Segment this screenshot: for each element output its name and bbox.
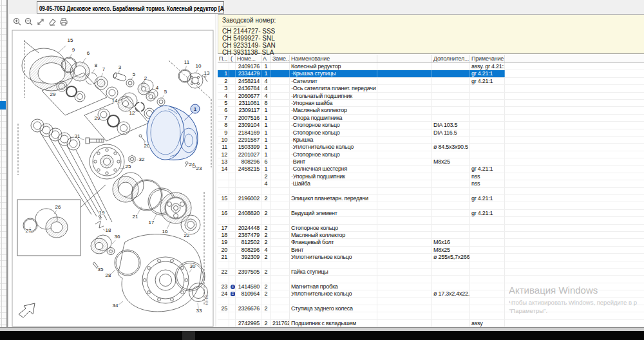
table-spacer-row[interactable]: [218, 261, 644, 269]
table-row[interactable]: 1022915871·Крышка: [218, 137, 644, 144]
table-row[interactable]: 1521960022Эпицикл планетарн. передачиgr …: [218, 195, 644, 202]
table-spacer-row[interactable]: [218, 298, 644, 305]
cell-extra: [377, 188, 432, 194]
part-callout-14[interactable]: 14: [112, 98, 118, 104]
cell-fillcell: [505, 283, 644, 290]
cell-icon: ≡: [229, 290, 236, 297]
part-callout-32[interactable]: 32: [139, 156, 145, 162]
table-row[interactable]: 1624088202Ведущий элементgr 4.21:1: [218, 210, 644, 217]
table-row[interactable]: 23i14145802Магнитная пробка: [218, 283, 644, 290]
part-callout-30[interactable]: 30: [190, 263, 196, 269]
table-row[interactable]: 523110818·Упорная шайба: [218, 100, 644, 107]
part-callout-10[interactable]: 10: [196, 63, 202, 69]
part-callout-36[interactable]: 36: [115, 234, 120, 240]
print-icon[interactable]: [59, 17, 68, 26]
table-row[interactable]: 921841691·Стопорное кольцоDIA 116.5: [218, 129, 644, 137]
part-callout-24[interactable]: 24: [189, 162, 195, 167]
part-callout-28[interactable]: 28: [106, 272, 111, 278]
part-callout-27[interactable]: 27: [26, 228, 32, 234]
cell-repl: [271, 115, 290, 121]
part-callout-7[interactable]: 7: [102, 66, 106, 72]
part-callout-8[interactable]: 8: [95, 62, 98, 68]
part-callout-20[interactable]: 20: [144, 143, 150, 149]
part-callout-19[interactable]: 19: [99, 210, 105, 216]
pan-arrow-icon[interactable]: [36, 17, 45, 26]
table-row[interactable]: 224582144·Сателлитgr 4.21:1: [218, 78, 644, 85]
table-row[interactable]: 420606774·Игольчатый подшипник: [218, 93, 644, 100]
sliver-selected-row[interactable]: [0, 101, 6, 109]
col-header-number[interactable]: Номе...: [236, 55, 261, 62]
part-callout-6[interactable]: 6: [87, 50, 90, 56]
part-callout-29[interactable]: 29: [95, 115, 100, 121]
part-callout-26[interactable]: 26: [55, 204, 61, 210]
table-row[interactable]: 623091171·Масляный коллектор: [218, 107, 644, 114]
part-callout-12[interactable]: 12: [129, 110, 135, 116]
part-callout-34[interactable]: 34: [113, 303, 118, 308]
cell-num: 2458214: [236, 78, 261, 84]
col-header-pos[interactable]: П...: [218, 55, 229, 62]
col-header-icon[interactable]: (: [229, 55, 236, 62]
col-header-replacement[interactable]: Заме...: [271, 55, 290, 62]
col-header-extra[interactable]: [377, 55, 432, 62]
part-callout-11[interactable]: 11: [184, 59, 190, 65]
col-header-additional[interactable]: Дополнител...: [432, 55, 470, 62]
part-callout-13[interactable]: 13: [204, 70, 210, 76]
table-row[interactable]: 823091041·Стопорное кольцоDIA 103.5: [218, 122, 644, 129]
table-row[interactable]: 1823874792Масляный коллектор: [218, 232, 644, 239]
col-header-qty[interactable]: А: [261, 55, 271, 62]
table-row[interactable]: 198125022Фланцевый болтM6x16: [218, 239, 644, 246]
table-row[interactable]: 138082966·ВинтM8x25: [218, 158, 644, 165]
table-row[interactable]: 1222010271·Стопорное кольцо: [218, 151, 644, 158]
table-row[interactable]: 1115033991·Уплотнительное кольцоø 84.5x3…: [218, 144, 644, 151]
zoom-in-icon[interactable]: [13, 17, 22, 26]
table-row[interactable]: 24≡8109642Уплотнительное кольцоø 17.3x2.…: [218, 290, 644, 298]
part-callout-29[interactable]: 29: [50, 91, 56, 97]
part-callout-15[interactable]: 15: [68, 37, 73, 43]
cell-note: [470, 122, 505, 128]
part-callout-5[interactable]: 5: [133, 71, 136, 77]
col-header-note[interactable]: Примечание: [470, 55, 505, 62]
table-row[interactable]: 720075161·Опора подшипника: [218, 115, 644, 122]
part-callout-5[interactable]: 5: [164, 89, 167, 95]
table-row[interactable]: 24091761Колесный редукторassy. gr 4.21:1: [218, 63, 644, 70]
table-row[interactable]: 2·Упорный подшипникnss: [218, 173, 644, 180]
part-callout-31[interactable]: 31: [75, 133, 80, 139]
table-row[interactable]: 274299522117621Подшипник с вкладышемassy: [218, 320, 644, 327]
table-row[interactable]: 1720244482Стопорное кольцо: [218, 225, 644, 232]
table-row[interactable]: 1424582151·Солнечная шестерняgr 4.21:1: [218, 165, 644, 173]
table-row[interactable]: 208082964ВинтM8x25: [218, 247, 644, 254]
part-callout-35[interactable]: 35: [98, 267, 104, 272]
part-callout-18[interactable]: 18: [106, 227, 111, 233]
part-callout-22[interactable]: 22: [184, 232, 190, 238]
table-spacer-row[interactable]: [218, 188, 644, 195]
part-callout-25[interactable]: 25: [126, 164, 131, 169]
table-row[interactable]: 123344791·Крышка ступицыgr 4.21:1: [218, 70, 644, 77]
info-icon[interactable]: i: [231, 285, 235, 289]
table-row[interactable]: 2223975052Гайка ступицы: [218, 269, 644, 276]
table-spacer-row[interactable]: [218, 202, 644, 209]
table-spacer-row[interactable]: [218, 312, 644, 319]
note-icon[interactable]: ≡: [231, 292, 235, 296]
table-row[interactable]: 2523266762Ступица заднего колеса: [218, 305, 644, 312]
table-row[interactable]: 4·Шайбаnss: [218, 180, 644, 187]
part-callout-3[interactable]: 3: [118, 64, 122, 70]
cell-icon: [229, 151, 236, 158]
eraser-icon[interactable]: [48, 17, 57, 26]
part-callout-4[interactable]: 4: [156, 85, 159, 91]
table-spacer-row[interactable]: [218, 276, 644, 283]
part-callout-23[interactable]: 23: [196, 165, 202, 171]
table-row[interactable]: 324367844·Ось сателлита планет. передачи: [218, 85, 644, 92]
part-callout-2[interactable]: 2: [144, 75, 147, 81]
diagram-panel: 1 408 468 159687352451110131412292920313…: [9, 14, 215, 328]
part-callout-9[interactable]: 9: [72, 47, 75, 53]
table-spacer-row[interactable]: [218, 217, 644, 224]
part-callout-17[interactable]: 17: [149, 220, 155, 225]
col-header-name[interactable]: Наименование: [290, 55, 377, 62]
zoom-out-icon[interactable]: [24, 17, 33, 26]
cell-icon: [229, 276, 236, 282]
table-row[interactable]: 213923092Уплотнительное кольцоø 255x5,7x…: [218, 254, 644, 261]
left-panel-sliver[interactable]: [0, 0, 8, 331]
part-callout-33[interactable]: 33: [196, 308, 202, 314]
part-callout-16[interactable]: 16: [162, 229, 168, 234]
part-callout-21[interactable]: 21: [133, 214, 138, 220]
